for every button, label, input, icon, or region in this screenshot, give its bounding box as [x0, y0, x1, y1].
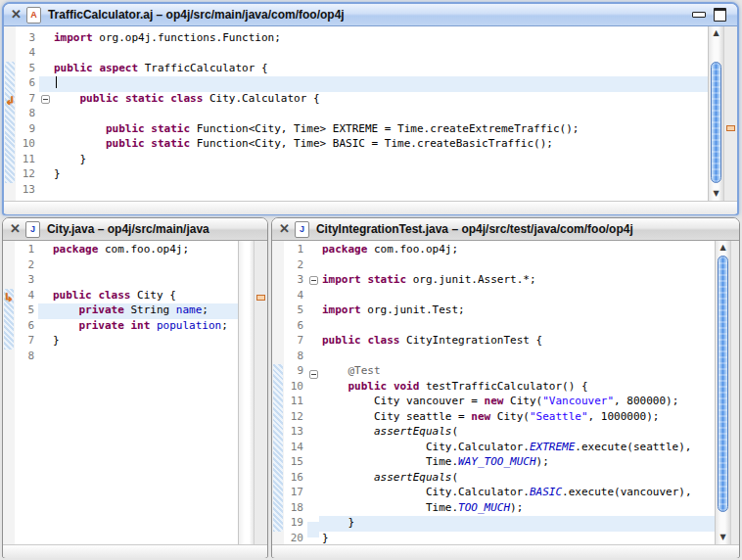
minimize-icon[interactable]: [692, 12, 706, 18]
code-line[interactable]: Time.WAY_TOO_MUCH);: [319, 455, 715, 471]
code-line[interactable]: City.Calculator.EXTREME.execute(seattle)…: [319, 441, 715, 456]
advises-marker[interactable]: ↲: [5, 94, 15, 108]
overview-ruler[interactable]: [254, 241, 267, 544]
vertical-scrollbar[interactable]: ▲ ▼: [708, 26, 723, 201]
fold-collapse-icon[interactable]: [41, 95, 50, 104]
scroll-up-icon[interactable]: ▲: [716, 242, 730, 254]
code-line[interactable]: City seattle = new City("Seattle", 10000…: [319, 410, 715, 426]
code-line[interactable]: import org.op4j.functions.Function;: [51, 31, 708, 47]
advised-by-marker[interactable]: ↳: [4, 291, 14, 304]
overview-marker[interactable]: [256, 295, 265, 301]
code-line[interactable]: [51, 46, 708, 62]
code-line[interactable]: [50, 273, 238, 289]
line-number-ruler: 2345678910111213: [16, 26, 39, 201]
code-line[interactable]: City.Calculator.BASIC.execute(vancouver)…: [319, 486, 715, 501]
close-icon[interactable]: ✕: [279, 218, 290, 240]
line-number: 7: [284, 334, 307, 350]
code-line[interactable]: Time.TOO_MUCH);: [319, 501, 715, 517]
code-line[interactable]: [50, 258, 238, 274]
code-line[interactable]: [51, 107, 708, 122]
line-number: 1: [284, 243, 307, 258]
fold-collapse-icon[interactable]: [309, 370, 318, 379]
code-line[interactable]: [319, 289, 715, 304]
code-line[interactable]: }: [319, 532, 715, 545]
code-line[interactable]: public class City {: [50, 289, 238, 304]
maximize-icon[interactable]: [714, 8, 726, 22]
code-line[interactable]: [319, 258, 715, 274]
line-number: 12: [284, 410, 307, 426]
code-line[interactable]: [51, 76, 708, 92]
code-line[interactable]: [51, 183, 708, 199]
code-line[interactable]: public static Function<City, Time> BASIC…: [51, 137, 708, 153]
code-area[interactable]: package com.foo.op4j;public class City {…: [50, 241, 238, 544]
code-line[interactable]: public aspect TrafficCalculator {: [51, 62, 708, 77]
line-number: 5: [15, 303, 38, 319]
code-line[interactable]: }: [51, 153, 708, 168]
code-line[interactable]: City vancouver = new City("Vancouver", 8…: [319, 395, 715, 410]
code-line[interactable]: private String name;: [50, 303, 238, 319]
scroll-down-icon[interactable]: ▼: [709, 188, 723, 200]
line-number-ruler: 123456789101112131415161718192021: [284, 241, 307, 544]
marker-bar[interactable]: ↲: [4, 26, 16, 201]
folding-ruler[interactable]: [38, 241, 50, 544]
line-number: 6: [284, 319, 307, 335]
code-line[interactable]: @Test: [319, 364, 715, 380]
horizontal-scrollbar[interactable]: [3, 544, 267, 558]
code-line[interactable]: [50, 350, 238, 365]
code-line[interactable]: public class CityIntegrationTest {: [319, 334, 715, 350]
editor-pane-trafficcalculator: ✕ A TrafficCalculator.aj – op4j/src/main…: [2, 2, 739, 215]
folding-ruler[interactable]: [307, 241, 319, 544]
code-line[interactable]: import org.junit.Test;: [319, 303, 715, 319]
line-number: 10: [16, 137, 39, 153]
line-number: 13: [16, 183, 39, 199]
line-number: 6: [15, 319, 38, 335]
line-number-ruler: 12345678: [15, 241, 38, 544]
marker-bar[interactable]: [272, 241, 284, 544]
code-line[interactable]: public static class City.Calculator {: [51, 92, 708, 108]
code-line[interactable]: package com.foo.op4j;: [50, 243, 238, 258]
overview-ruler[interactable]: [730, 241, 739, 544]
close-icon[interactable]: ✕: [10, 218, 21, 240]
line-number: 17: [284, 486, 307, 501]
code-line[interactable]: assertEquals(: [319, 471, 715, 487]
overview-ruler[interactable]: [723, 26, 737, 201]
folding-ruler[interactable]: [39, 26, 51, 201]
code-line[interactable]: public static Function<City, Time> EXTRE…: [51, 122, 708, 138]
code-line[interactable]: public void testTrafficCalculator() {: [319, 380, 715, 396]
pane-title: TrafficCalculator.aj – op4j/src/main/jav…: [46, 8, 345, 22]
line-number: 4: [16, 46, 39, 62]
line-number: 3: [284, 273, 307, 289]
line-number: 10: [284, 380, 307, 396]
editor-tab-trafficcalculator[interactable]: ✕ A TrafficCalculator.aj – op4j/src/main…: [4, 4, 737, 26]
scrollbar-thumb[interactable]: [718, 256, 728, 512]
code-line[interactable]: [319, 350, 715, 365]
line-number: 8: [15, 350, 38, 365]
code-line[interactable]: assertEquals(: [319, 425, 715, 441]
code-line[interactable]: }: [50, 334, 238, 350]
code-line[interactable]: package com.foo.op4j;: [319, 243, 715, 258]
scroll-down-icon[interactable]: ▼: [716, 532, 730, 543]
java-file-icon: J: [25, 221, 40, 238]
line-number: 8: [16, 107, 39, 122]
code-area[interactable]: package com.foo.op4j;import static org.j…: [319, 241, 715, 544]
code-area[interactable]: import org.op4j.functions.Function;publi…: [51, 26, 708, 201]
scroll-up-icon[interactable]: ▲: [709, 27, 723, 39]
overview-marker[interactable]: [726, 125, 735, 131]
code-line[interactable]: private int population;: [50, 319, 238, 335]
vertical-scrollbar[interactable]: ▲ ▼: [715, 241, 730, 544]
vertical-scrollbar[interactable]: [238, 241, 254, 544]
code-line[interactable]: }: [51, 167, 708, 183]
marker-bar[interactable]: ↳: [3, 241, 15, 544]
close-icon[interactable]: ✕: [11, 4, 22, 25]
horizontal-scrollbar[interactable]: [272, 544, 739, 558]
fold-collapse-icon[interactable]: [309, 276, 318, 285]
code-line[interactable]: [319, 319, 715, 335]
editor-tab-cityintegrationtest[interactable]: ✕ J CityIntegrationTest.java – op4j/src/…: [272, 218, 739, 241]
code-line[interactable]: }: [319, 516, 715, 532]
code-line[interactable]: import static org.junit.Assert.*;: [319, 273, 715, 289]
line-number: 16: [284, 471, 307, 487]
horizontal-scrollbar[interactable]: [4, 201, 737, 214]
scrollbar-thumb[interactable]: [711, 62, 721, 183]
line-number: 15: [284, 455, 307, 471]
editor-tab-city[interactable]: ✕ J City.java – op4j/src/main/java: [3, 218, 267, 241]
